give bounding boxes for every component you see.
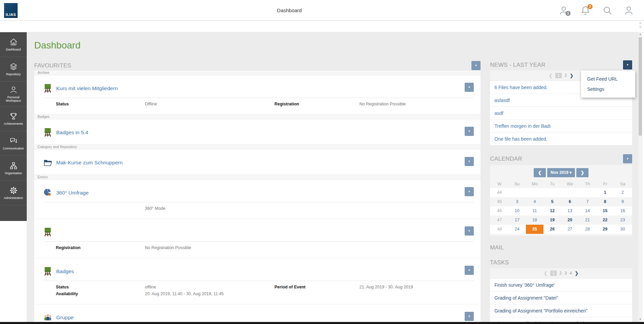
calendar-day-cell[interactable]: 12 — [543, 206, 561, 216]
dropdown-menu-item[interactable]: Settings — [581, 84, 635, 94]
calendar-day-cell[interactable]: 24 — [508, 225, 526, 234]
task-item-link[interactable]: Give Peer Feedback in Assignment "aufgab… — [490, 317, 632, 322]
sidebar-item-personal-workspace[interactable]: Personal Workspace — [0, 82, 27, 106]
calendar-dropdown-button[interactable]: ▼ — [623, 154, 632, 163]
pagination-page-3[interactable]: 3 — [564, 271, 567, 276]
calendar-day-cell[interactable]: 19 — [543, 216, 561, 225]
calendar-day-cell[interactable]: 20 — [561, 216, 579, 225]
item-title-link[interactable]: Mak-Kurse zum Schnuppern — [56, 160, 123, 166]
task-item-link[interactable]: Finish survey '360° Umfrage' — [490, 278, 632, 291]
calendar-day-cell[interactable]: 2 — [614, 188, 631, 197]
notifications-button[interactable]: 3 — [580, 5, 591, 16]
news-item-link[interactable]: One file has been added. — [490, 132, 632, 145]
pagination-prev-icon[interactable]: ❮ — [549, 73, 553, 78]
calendar-day-header: Tu — [543, 180, 561, 188]
scrollbar-thumb[interactable] — [639, 37, 642, 136]
pagination-page-2[interactable]: 2 — [564, 73, 567, 78]
calendar-day-cell[interactable]: 10 — [508, 206, 526, 216]
item-properties: RegistrationNo Registration Possible — [56, 244, 474, 251]
calendar-day-cell[interactable]: 23 — [614, 216, 631, 225]
calendar-day-cell[interactable]: 3 — [508, 197, 526, 206]
pagination-next-icon[interactable]: ❯ — [570, 73, 574, 78]
item-actions-dropdown-button[interactable]: ▼ — [465, 187, 474, 196]
item-actions-dropdown-button[interactable]: ▼ — [465, 266, 474, 275]
calendar-day-cell[interactable]: 18 — [526, 216, 543, 225]
item-actions-dropdown-button[interactable]: ▼ — [465, 157, 474, 166]
item-title-link[interactable]: 360° Umfrage — [56, 190, 89, 196]
calendar-day-cell[interactable]: 28 — [579, 225, 596, 234]
sidebar-item-organisation[interactable]: Organisation — [0, 156, 27, 181]
calendar-day-cell[interactable]: 11 — [526, 206, 543, 216]
pagination-page-1[interactable]: 1 — [555, 73, 562, 78]
pagination-page-2[interactable]: 2 — [559, 271, 562, 276]
pagination-next-icon[interactable]: ❯ — [575, 270, 579, 276]
item-actions-dropdown-button[interactable]: ▼ — [465, 312, 474, 321]
news-item-link[interactable]: Treffen morgen in der Badi — [490, 119, 632, 132]
calendar-day-cell[interactable]: 25 — [526, 225, 543, 234]
ilias-logo[interactable]: ILIAS — [4, 3, 18, 18]
sidebar-item-label: Personal Workspace — [0, 96, 27, 102]
calendar-day-cell[interactable]: 8 — [596, 197, 614, 206]
scroll-down-arrow[interactable]: ∨ — [638, 318, 642, 321]
scroll-up-arrow[interactable]: ∧ — [638, 33, 642, 36]
dropdown-menu-item[interactable]: Get Feed URL — [581, 74, 635, 84]
sidebar-item-administration[interactable]: Administration — [0, 181, 27, 205]
ilias-dashboard-screen: ILIAS Dashboard 1 3 ∧∨ Dashboard Reposit… — [0, 0, 644, 324]
mail-header: MAIL — [490, 243, 632, 252]
sidebar-item-achievements[interactable]: Achievements — [0, 106, 27, 131]
calendar-day-cell[interactable]: 6 — [561, 197, 579, 206]
calendar-day-cell[interactable]: 22 — [596, 216, 614, 225]
calendar-day-cell[interactable]: 17 — [508, 216, 526, 225]
tasks-header: TASKS — [490, 258, 632, 267]
search-button[interactable] — [602, 5, 613, 16]
online-users-button[interactable]: 1 — [559, 5, 569, 16]
calendar-day-cell[interactable]: 30 — [614, 225, 631, 234]
repository-item: Gruppe ▼ — [34, 304, 481, 322]
news-item-link[interactable]: asdf — [490, 106, 632, 119]
calendar-week-row: 453456789 — [490, 197, 632, 206]
pagination-page-1[interactable]: 1 — [550, 270, 557, 276]
task-item-link[interactable]: Grading of Assignment "Datei" — [490, 291, 632, 304]
calendar-day-cell[interactable]: 7 — [579, 197, 596, 206]
item-title-link[interactable]: Kurs mit vielen Mitgliedern — [56, 85, 118, 92]
tasks-title: TASKS — [490, 259, 509, 266]
calendar-day-cell[interactable]: 13 — [561, 206, 579, 216]
calendar-day-cell[interactable]: 26 — [543, 225, 561, 234]
item-title-link[interactable]: Badges in 5.4 — [56, 129, 88, 136]
news-title: NEWS - LAST YEAR — [490, 62, 546, 68]
item-title-link[interactable]: Gruppe — [56, 315, 74, 321]
calendar-prev-month-button[interactable]: ❮ — [534, 168, 546, 177]
news-dropdown-button[interactable]: ▼ — [623, 60, 632, 69]
pagination-page-4[interactable]: 4 — [570, 271, 572, 276]
sidebar-item-dashboard[interactable]: Dashboard — [0, 32, 27, 57]
tasks-pagination: ❮1234❯ — [490, 268, 632, 278]
user-icon — [9, 85, 18, 94]
item-head: Mak-Kurse zum Schnuppern — [44, 158, 474, 168]
mini-scrollbar[interactable]: ∧∨ — [638, 21, 643, 29]
content-scrollbar[interactable]: ∧ ∨ — [638, 32, 642, 322]
calendar-day-cell[interactable]: 16 — [614, 206, 631, 216]
calendar-month-select-button[interactable]: Nov 2019 ▾ — [547, 168, 575, 177]
sub-header-band: ∧∨ — [0, 21, 644, 32]
task-item-link[interactable]: Grading of Assignment "Portfolio einreic… — [490, 304, 632, 317]
calendar-day-cell[interactable]: 4 — [526, 197, 543, 206]
item-actions-dropdown-button[interactable]: ▼ — [465, 83, 474, 92]
calendar-day-cell[interactable]: 14 — [579, 206, 596, 216]
sidebar-item-communication[interactable]: Communication — [0, 131, 27, 156]
favourites-dropdown-button[interactable]: ▼ — [471, 61, 481, 70]
item-actions-dropdown-button[interactable]: ▼ — [465, 226, 474, 236]
item-actions-dropdown-button[interactable]: ▼ — [465, 127, 474, 136]
calendar-day-cell[interactable]: 27 — [561, 225, 579, 234]
calendar-next-month-button[interactable]: ❯ — [576, 168, 589, 177]
sidebar-item-repository[interactable]: Repository — [0, 57, 27, 82]
pagination-prev-icon[interactable]: ❮ — [543, 270, 548, 276]
user-avatar-button[interactable] — [624, 5, 634, 16]
calendar-day-cell[interactable]: 15 — [596, 206, 614, 216]
item-title-link[interactable]: Badges — [56, 268, 74, 275]
calendar-day-cell[interactable]: 21 — [579, 216, 596, 225]
calendar-day-cell[interactable]: 29 — [596, 225, 614, 234]
group-items: 360° Umfrage ▼ 360° Mode ▼ RegistrationN… — [34, 180, 481, 322]
calendar-day-cell[interactable]: 1 — [596, 188, 614, 197]
calendar-day-cell[interactable]: 9 — [614, 197, 631, 206]
calendar-day-cell[interactable]: 5 — [543, 197, 561, 206]
